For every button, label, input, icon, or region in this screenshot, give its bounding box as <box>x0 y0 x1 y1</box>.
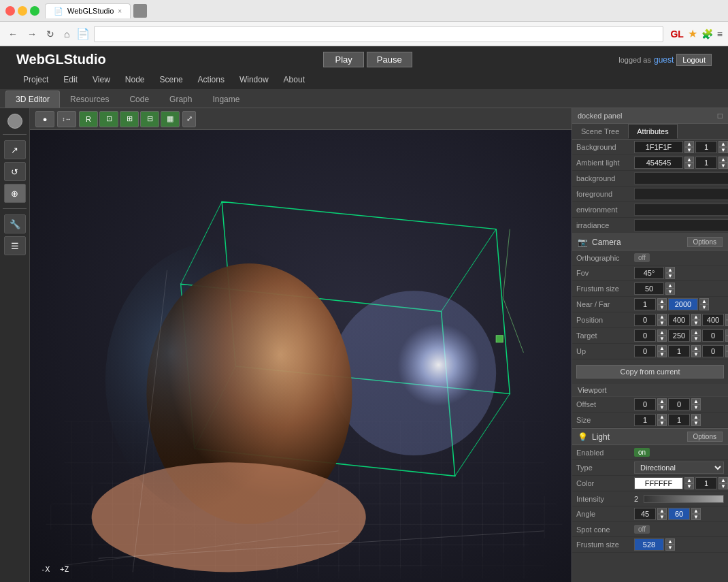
tab-ingame[interactable]: Ingame <box>202 91 250 108</box>
spotcone-toggle[interactable]: off <box>634 525 650 534</box>
near-spin-down[interactable]: ▼ <box>657 304 667 310</box>
tx-up[interactable]: ▲ <box>657 329 667 336</box>
ox-dn[interactable]: ▼ <box>657 404 667 410</box>
dot-btn[interactable]: ● <box>35 111 54 127</box>
ox-up[interactable]: ▲ <box>657 398 667 404</box>
frust-spin-down[interactable]: ▼ <box>665 289 675 295</box>
minimize-window-btn[interactable] <box>18 6 27 16</box>
background-spin-down[interactable]: ▼ <box>684 147 694 153</box>
light-color-num[interactable] <box>695 477 717 489</box>
size-y-input[interactable] <box>668 414 690 426</box>
extensions-icon[interactable]: 🧩 <box>701 29 713 39</box>
env-field-input[interactable] <box>634 204 728 216</box>
lf-up[interactable]: ▲ <box>665 538 675 545</box>
tab-3d-editor[interactable]: 3D Editor <box>5 91 60 108</box>
ortho-toggle[interactable]: off <box>634 253 650 262</box>
logout-btn[interactable]: Logout <box>676 54 712 66</box>
oy-dn[interactable]: ▼ <box>691 404 701 410</box>
near-spin-up[interactable]: ▲ <box>657 298 667 304</box>
copy-from-current-btn[interactable]: Copy from current <box>576 365 724 378</box>
offset-y-input[interactable] <box>668 398 690 410</box>
menu-node[interactable]: Node <box>118 72 152 87</box>
pos-y-input[interactable] <box>668 314 690 326</box>
menu-view[interactable]: View <box>86 72 117 87</box>
light-type-select[interactable]: Directional Point Spot <box>634 462 724 474</box>
offset-x-input[interactable] <box>634 398 656 410</box>
tab-graph[interactable]: Graph <box>159 91 202 108</box>
far-input[interactable] <box>668 298 698 310</box>
lcn-up[interactable]: ▲ <box>718 477 728 483</box>
sx-up[interactable]: ▲ <box>657 414 667 420</box>
pz-up[interactable]: ▲ <box>725 314 728 320</box>
pz-dn[interactable]: ▼ <box>725 320 728 326</box>
pos-x-input[interactable] <box>634 314 656 326</box>
maximize-window-btn[interactable] <box>30 6 39 16</box>
lc-up[interactable]: ▲ <box>684 477 694 483</box>
background-num-input[interactable] <box>695 141 717 153</box>
grid4-btn[interactable]: ▦ <box>161 111 180 127</box>
py-up[interactable]: ▲ <box>691 314 701 320</box>
panel-close-btn[interactable]: □ <box>718 111 723 120</box>
up-y-input[interactable] <box>668 345 690 357</box>
uz-up[interactable]: ▲ <box>725 345 728 351</box>
tgt-y-input[interactable] <box>668 329 690 342</box>
near-input[interactable] <box>634 298 656 310</box>
tx-dn[interactable]: ▼ <box>657 336 667 342</box>
menu-edit[interactable]: Edit <box>56 72 84 87</box>
sy-up[interactable]: ▲ <box>691 414 701 420</box>
forward-btn[interactable]: → <box>24 27 39 41</box>
fov-spin-up[interactable]: ▲ <box>665 267 675 273</box>
r-btn[interactable]: R <box>79 111 98 127</box>
enabled-toggle[interactable]: on <box>634 448 650 457</box>
scene-tree-tab[interactable]: Scene Tree <box>572 124 628 139</box>
angle-input2[interactable] <box>668 508 690 520</box>
tz-dn[interactable]: ▼ <box>725 336 728 342</box>
menu-window[interactable]: Window <box>233 72 276 87</box>
sy-dn[interactable]: ▼ <box>691 420 701 426</box>
px-up[interactable]: ▲ <box>657 314 667 320</box>
amb-num-spin-up[interactable]: ▲ <box>718 157 728 163</box>
fg-field-input[interactable] <box>634 188 728 200</box>
grid3-btn[interactable]: ⊟ <box>140 111 159 127</box>
ambient-spin-down[interactable]: ▼ <box>684 163 694 169</box>
uy-dn[interactable]: ▼ <box>691 351 701 357</box>
grid1-btn[interactable]: ⊡ <box>99 111 118 127</box>
color-picker-btn[interactable] <box>7 114 22 129</box>
tab-code[interactable]: Code <box>119 91 159 108</box>
menu-scene[interactable]: Scene <box>153 72 190 87</box>
grid2-btn[interactable]: ⊞ <box>120 111 139 127</box>
uy-up[interactable]: ▲ <box>691 345 701 351</box>
pos-z-input[interactable] <box>702 314 724 326</box>
ambient-num-input[interactable] <box>695 157 717 169</box>
bg-field-input[interactable] <box>634 172 728 184</box>
a2-up[interactable]: ▲ <box>691 508 701 514</box>
size-x-input[interactable] <box>634 414 656 426</box>
tab-close-btn[interactable]: × <box>118 7 122 15</box>
home-btn[interactable]: ⌂ <box>61 27 72 41</box>
angle-input1[interactable] <box>634 508 656 520</box>
lc-dn[interactable]: ▼ <box>684 483 694 489</box>
move-tool-btn[interactable]: ↗ <box>4 140 26 159</box>
back-btn[interactable]: ← <box>5 27 20 41</box>
attributes-tab[interactable]: Attributes <box>628 124 677 139</box>
refresh-btn[interactable]: ↻ <box>44 27 57 41</box>
info-btn[interactable]: 🔧 <box>4 214 26 233</box>
close-window-btn[interactable] <box>5 6 15 16</box>
far-spin-down[interactable]: ▼ <box>699 304 709 310</box>
pause-btn[interactable]: Pause <box>367 52 412 67</box>
camera-options-btn[interactable]: Options <box>687 237 723 247</box>
ty-dn[interactable]: ▼ <box>691 336 701 342</box>
uz-dn[interactable]: ▼ <box>725 351 728 357</box>
ty-up[interactable]: ▲ <box>691 329 701 336</box>
bg-num-spin-down[interactable]: ▼ <box>718 147 728 153</box>
light-frustum-input[interactable] <box>634 538 664 551</box>
ux-dn[interactable]: ▼ <box>657 351 667 357</box>
frust-spin-up[interactable]: ▲ <box>665 282 675 289</box>
up-z-input[interactable] <box>702 345 724 357</box>
menu-icon[interactable]: ≡ <box>717 29 723 39</box>
transform-btn[interactable]: ↕↔ <box>57 111 76 127</box>
tz-up[interactable]: ▲ <box>725 329 728 336</box>
px-dn[interactable]: ▼ <box>657 320 667 326</box>
lf-dn[interactable]: ▼ <box>665 545 675 551</box>
menu-actions[interactable]: Actions <box>191 72 231 87</box>
